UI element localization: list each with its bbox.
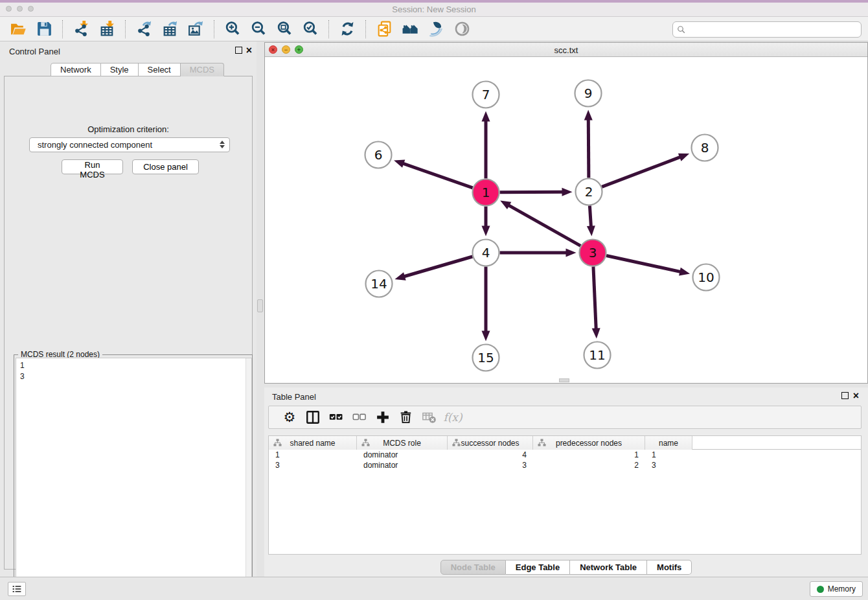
- tab-style[interactable]: Style: [101, 63, 139, 76]
- import-network-icon[interactable]: [68, 19, 94, 40]
- network-canvas[interactable]: 7968124314101511: [265, 57, 867, 383]
- select-all-icon[interactable]: [325, 408, 348, 427]
- search-box[interactable]: [672, 21, 862, 38]
- vertical-split-divider[interactable]: [257, 41, 264, 577]
- edge-3-11[interactable]: [593, 266, 596, 330]
- tab-mcds[interactable]: MCDS: [181, 63, 224, 76]
- run-mcds-button[interactable]: Run MCDS: [62, 159, 123, 174]
- select-stepper-icon: [220, 141, 225, 148]
- network-view-window: × − + scc.txt 7968124314101511: [264, 42, 868, 384]
- edge-4-14[interactable]: [403, 257, 472, 277]
- edge-2-3[interactable]: [589, 205, 591, 227]
- edge-3-1[interactable]: [508, 205, 581, 246]
- main-toolbar: [0, 17, 868, 41]
- result-item[interactable]: 3: [20, 371, 251, 382]
- toolbar-separator: [62, 20, 63, 38]
- delete-entry-icon[interactable]: [394, 408, 418, 427]
- save-session-icon[interactable]: [31, 19, 57, 40]
- table-cell[interactable]: 4: [448, 450, 533, 460]
- float-panel-icon[interactable]: [235, 47, 242, 54]
- attribute-icon: [273, 439, 282, 449]
- edge-1-2[interactable]: [499, 192, 564, 192]
- function-builder-icon: f(x): [441, 408, 464, 427]
- show-columns-icon[interactable]: [301, 408, 325, 427]
- table-cell[interactable]: dominator: [357, 450, 448, 460]
- task-history-button[interactable]: [8, 582, 26, 596]
- table-cell[interactable]: 3: [269, 460, 357, 470]
- apply-layout-icon[interactable]: [334, 19, 360, 40]
- result-scrollbar[interactable]: [246, 358, 251, 600]
- edge-1-6[interactable]: [402, 163, 472, 188]
- node-label: 2: [585, 184, 593, 200]
- table-body: 1dominator4113dominator323: [269, 450, 861, 470]
- network-view-title: scc.txt: [265, 45, 867, 55]
- edge-arrowhead: [679, 268, 690, 276]
- copy-network-icon[interactable]: [371, 19, 397, 40]
- export-table-icon[interactable]: [157, 19, 183, 40]
- tab-node-table[interactable]: Node Table: [440, 560, 506, 575]
- table-cell[interactable]: 3: [448, 460, 533, 470]
- float-table-panel-icon[interactable]: [841, 392, 849, 399]
- memory-status-icon: [817, 586, 824, 593]
- mcds-result-group: MCDS result (2 nodes) 13: [14, 354, 253, 600]
- tab-edge-table[interactable]: Edge Table: [506, 560, 570, 575]
- edge-arrowhead: [482, 111, 490, 122]
- add-entry-icon[interactable]: [371, 408, 394, 427]
- mcds-tab-content: Optimization criterion: strongly connect…: [4, 76, 253, 570]
- divider-grip[interactable]: [257, 299, 263, 312]
- close-panel-button[interactable]: Close panel: [132, 159, 199, 174]
- edge-3-10[interactable]: [606, 256, 681, 272]
- unselect-all-icon[interactable]: [348, 408, 371, 427]
- export-network-icon[interactable]: [131, 19, 157, 40]
- birds-eye-icon[interactable]: [449, 19, 475, 40]
- network-resize-grip[interactable]: [559, 378, 569, 382]
- network-window-titlebar[interactable]: × − + scc.txt: [265, 43, 867, 57]
- zoom-fit-icon[interactable]: [271, 19, 297, 40]
- zoom-in-icon[interactable]: [220, 19, 246, 40]
- table-cell[interactable]: 1: [269, 450, 357, 460]
- table-cell[interactable]: 2: [533, 460, 645, 470]
- tab-network-table[interactable]: Network Table: [570, 560, 647, 575]
- export-image-icon[interactable]: [183, 19, 209, 40]
- memory-button[interactable]: Memory: [810, 581, 863, 597]
- table-cell[interactable]: 3: [645, 460, 692, 470]
- search-input[interactable]: [689, 25, 857, 34]
- node-table: shared nameMCDS rolesuccessor nodesprede…: [268, 435, 862, 555]
- table-cell[interactable]: 1: [533, 450, 645, 460]
- open-session-icon[interactable]: [5, 19, 31, 40]
- close-panel-icon[interactable]: ×: [246, 47, 252, 54]
- window-title: Session: New Session: [0, 5, 868, 14]
- toolbar-separator: [214, 20, 214, 38]
- edge-arrowhead: [394, 272, 405, 280]
- control-panel-tabs: NetworkStyleSelectMCDS: [51, 63, 224, 76]
- column-header-MCDS-role[interactable]: MCDS role: [357, 436, 448, 450]
- houses-icon[interactable]: [397, 19, 423, 40]
- delete-column-icon: [418, 408, 441, 427]
- import-table-icon[interactable]: [94, 19, 120, 40]
- tab-select[interactable]: Select: [139, 63, 181, 76]
- graphics-details-icon[interactable]: [423, 19, 449, 40]
- mcds-result-list[interactable]: 13: [16, 358, 252, 600]
- table-settings-icon[interactable]: ⚙: [278, 408, 301, 427]
- edge-2-9[interactable]: [588, 118, 589, 178]
- zoom-selected-icon[interactable]: [297, 19, 323, 40]
- edge-arrowhead: [566, 249, 577, 257]
- node-label: 11: [589, 347, 605, 363]
- column-header-predecessor-nodes[interactable]: predecessor nodes: [533, 436, 645, 450]
- table-row[interactable]: 1dominator411: [269, 450, 861, 460]
- close-table-panel-icon[interactable]: ×: [853, 392, 859, 399]
- zoom-out-icon[interactable]: [246, 19, 271, 40]
- column-header-name[interactable]: name: [645, 436, 692, 450]
- edge-arrowhead: [482, 226, 490, 237]
- edge-2-8[interactable]: [602, 157, 681, 187]
- table-cell[interactable]: 1: [645, 450, 692, 460]
- toolbar-buttons: [0, 17, 475, 41]
- column-header-shared-name[interactable]: shared name: [269, 436, 357, 450]
- optimization-criterion-select[interactable]: strongly connected component: [29, 137, 230, 152]
- tab-network[interactable]: Network: [51, 63, 101, 76]
- result-item[interactable]: 1: [20, 360, 251, 371]
- table-cell[interactable]: dominator: [357, 460, 448, 470]
- tab-motifs[interactable]: Motifs: [647, 560, 692, 575]
- table-row[interactable]: 3dominator323: [269, 460, 861, 470]
- column-header-successor-nodes[interactable]: successor nodes: [448, 436, 533, 450]
